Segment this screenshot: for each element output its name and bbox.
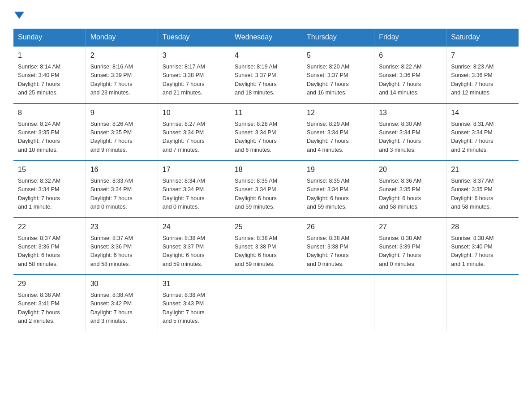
day-cell-1: 1Sunrise: 8:14 AMSunset: 3:40 PMDaylight… xyxy=(13,46,86,103)
day-cell-24: 24Sunrise: 8:38 AMSunset: 3:37 PMDayligh… xyxy=(158,218,230,275)
day-info: Sunrise: 8:37 AMSunset: 3:36 PMDaylight:… xyxy=(90,234,153,269)
day-info: Sunrise: 8:37 AMSunset: 3:35 PMDaylight:… xyxy=(451,177,514,212)
empty-cell xyxy=(374,274,446,331)
week-row-3: 15Sunrise: 8:32 AMSunset: 3:34 PMDayligh… xyxy=(13,160,519,218)
day-number: 24 xyxy=(163,222,225,232)
day-number: 9 xyxy=(90,107,153,118)
day-info: Sunrise: 8:38 AMSunset: 3:38 PMDaylight:… xyxy=(235,234,297,269)
day-number: 11 xyxy=(235,107,297,118)
week-row-5: 29Sunrise: 8:38 AMSunset: 3:41 PMDayligh… xyxy=(13,274,519,331)
day-cell-8: 8Sunrise: 8:24 AMSunset: 3:35 PMDaylight… xyxy=(13,103,86,161)
day-info: Sunrise: 8:24 AMSunset: 3:35 PMDaylight:… xyxy=(18,120,81,155)
day-info: Sunrise: 8:29 AMSunset: 3:34 PMDaylight:… xyxy=(307,120,369,155)
day-number: 20 xyxy=(379,164,442,175)
day-cell-5: 5Sunrise: 8:20 AMSunset: 3:37 PMDaylight… xyxy=(302,46,374,103)
day-cell-26: 26Sunrise: 8:38 AMSunset: 3:38 PMDayligh… xyxy=(302,218,374,275)
day-info: Sunrise: 8:32 AMSunset: 3:34 PMDaylight:… xyxy=(18,177,81,212)
day-number: 2 xyxy=(90,50,153,61)
day-cell-25: 25Sunrise: 8:38 AMSunset: 3:38 PMDayligh… xyxy=(230,218,302,275)
day-number: 5 xyxy=(307,50,369,61)
day-info: Sunrise: 8:20 AMSunset: 3:37 PMDaylight:… xyxy=(307,63,369,98)
day-info: Sunrise: 8:17 AMSunset: 3:38 PMDaylight:… xyxy=(163,63,225,98)
day-number: 6 xyxy=(379,50,442,61)
day-info: Sunrise: 8:28 AMSunset: 3:34 PMDaylight:… xyxy=(235,120,297,155)
header-row: SundayMondayTuesdayWednesdayThursdayFrid… xyxy=(13,29,519,46)
day-info: Sunrise: 8:30 AMSunset: 3:34 PMDaylight:… xyxy=(379,120,442,155)
header-tuesday: Tuesday xyxy=(158,29,230,46)
header-wednesday: Wednesday xyxy=(230,29,302,46)
day-number: 3 xyxy=(163,50,225,61)
empty-cell xyxy=(446,274,519,331)
day-number: 23 xyxy=(90,222,153,232)
day-cell-30: 30Sunrise: 8:38 AMSunset: 3:42 PMDayligh… xyxy=(86,274,158,331)
header-saturday: Saturday xyxy=(446,29,519,46)
day-number: 27 xyxy=(379,222,442,232)
day-cell-14: 14Sunrise: 8:31 AMSunset: 3:34 PMDayligh… xyxy=(446,103,519,161)
day-cell-3: 3Sunrise: 8:17 AMSunset: 3:38 PMDaylight… xyxy=(158,46,230,103)
page-header xyxy=(13,9,519,20)
day-info: Sunrise: 8:23 AMSunset: 3:36 PMDaylight:… xyxy=(451,63,514,98)
day-cell-2: 2Sunrise: 8:16 AMSunset: 3:39 PMDaylight… xyxy=(86,46,158,103)
calendar-header: SundayMondayTuesdayWednesdayThursdayFrid… xyxy=(13,29,519,46)
day-info: Sunrise: 8:38 AMSunset: 3:38 PMDaylight:… xyxy=(307,234,369,269)
day-cell-18: 18Sunrise: 8:35 AMSunset: 3:34 PMDayligh… xyxy=(230,160,302,218)
day-number: 14 xyxy=(451,107,514,118)
day-info: Sunrise: 8:33 AMSunset: 3:34 PMDaylight:… xyxy=(90,177,153,212)
header-sunday: Sunday xyxy=(13,29,86,46)
day-info: Sunrise: 8:38 AMSunset: 3:39 PMDaylight:… xyxy=(379,234,442,269)
day-number: 22 xyxy=(18,222,81,232)
day-cell-4: 4Sunrise: 8:19 AMSunset: 3:37 PMDaylight… xyxy=(230,46,302,103)
day-cell-27: 27Sunrise: 8:38 AMSunset: 3:39 PMDayligh… xyxy=(374,218,446,275)
day-info: Sunrise: 8:38 AMSunset: 3:43 PMDaylight:… xyxy=(163,291,225,326)
day-number: 13 xyxy=(379,107,442,118)
day-number: 25 xyxy=(235,222,297,232)
header-friday: Friday xyxy=(374,29,446,46)
day-info: Sunrise: 8:38 AMSunset: 3:41 PMDaylight:… xyxy=(18,291,81,326)
day-info: Sunrise: 8:37 AMSunset: 3:36 PMDaylight:… xyxy=(18,234,81,269)
logo xyxy=(13,9,24,20)
day-cell-10: 10Sunrise: 8:27 AMSunset: 3:34 PMDayligh… xyxy=(158,103,230,161)
day-number: 17 xyxy=(163,164,225,175)
day-number: 7 xyxy=(451,50,514,61)
calendar-body: 1Sunrise: 8:14 AMSunset: 3:40 PMDaylight… xyxy=(13,46,519,331)
day-number: 19 xyxy=(307,164,369,175)
week-row-1: 1Sunrise: 8:14 AMSunset: 3:40 PMDaylight… xyxy=(13,46,519,103)
day-cell-17: 17Sunrise: 8:34 AMSunset: 3:34 PMDayligh… xyxy=(158,160,230,218)
day-info: Sunrise: 8:38 AMSunset: 3:37 PMDaylight:… xyxy=(163,234,225,269)
day-info: Sunrise: 8:27 AMSunset: 3:34 PMDaylight:… xyxy=(163,120,225,155)
logo-triangle-icon xyxy=(14,10,24,20)
day-number: 31 xyxy=(163,278,225,289)
day-number: 30 xyxy=(90,278,153,289)
day-info: Sunrise: 8:22 AMSunset: 3:36 PMDaylight:… xyxy=(379,63,442,98)
day-cell-11: 11Sunrise: 8:28 AMSunset: 3:34 PMDayligh… xyxy=(230,103,302,161)
day-info: Sunrise: 8:35 AMSunset: 3:34 PMDaylight:… xyxy=(235,177,297,212)
day-number: 18 xyxy=(235,164,297,175)
day-cell-12: 12Sunrise: 8:29 AMSunset: 3:34 PMDayligh… xyxy=(302,103,374,161)
day-number: 8 xyxy=(18,107,81,118)
day-number: 15 xyxy=(18,164,81,175)
day-cell-21: 21Sunrise: 8:37 AMSunset: 3:35 PMDayligh… xyxy=(446,160,519,218)
header-thursday: Thursday xyxy=(302,29,374,46)
day-number: 26 xyxy=(307,222,369,232)
day-info: Sunrise: 8:38 AMSunset: 3:42 PMDaylight:… xyxy=(90,291,153,326)
day-number: 1 xyxy=(18,50,81,61)
calendar-table: SundayMondayTuesdayWednesdayThursdayFrid… xyxy=(13,29,519,331)
day-info: Sunrise: 8:38 AMSunset: 3:40 PMDaylight:… xyxy=(451,234,514,269)
day-number: 29 xyxy=(18,278,81,289)
day-cell-7: 7Sunrise: 8:23 AMSunset: 3:36 PMDaylight… xyxy=(446,46,519,103)
day-cell-23: 23Sunrise: 8:37 AMSunset: 3:36 PMDayligh… xyxy=(86,218,158,275)
empty-cell xyxy=(302,274,374,331)
day-info: Sunrise: 8:26 AMSunset: 3:35 PMDaylight:… xyxy=(90,120,153,155)
day-info: Sunrise: 8:31 AMSunset: 3:34 PMDaylight:… xyxy=(451,120,514,155)
day-info: Sunrise: 8:19 AMSunset: 3:37 PMDaylight:… xyxy=(235,63,297,98)
day-info: Sunrise: 8:36 AMSunset: 3:35 PMDaylight:… xyxy=(379,177,442,212)
day-cell-22: 22Sunrise: 8:37 AMSunset: 3:36 PMDayligh… xyxy=(13,218,86,275)
day-info: Sunrise: 8:16 AMSunset: 3:39 PMDaylight:… xyxy=(90,63,153,98)
week-row-2: 8Sunrise: 8:24 AMSunset: 3:35 PMDaylight… xyxy=(13,103,519,161)
day-number: 10 xyxy=(163,107,225,118)
day-cell-16: 16Sunrise: 8:33 AMSunset: 3:34 PMDayligh… xyxy=(86,160,158,218)
day-cell-19: 19Sunrise: 8:35 AMSunset: 3:34 PMDayligh… xyxy=(302,160,374,218)
empty-cell xyxy=(230,274,302,331)
day-info: Sunrise: 8:14 AMSunset: 3:40 PMDaylight:… xyxy=(18,63,81,98)
week-row-4: 22Sunrise: 8:37 AMSunset: 3:36 PMDayligh… xyxy=(13,218,519,275)
